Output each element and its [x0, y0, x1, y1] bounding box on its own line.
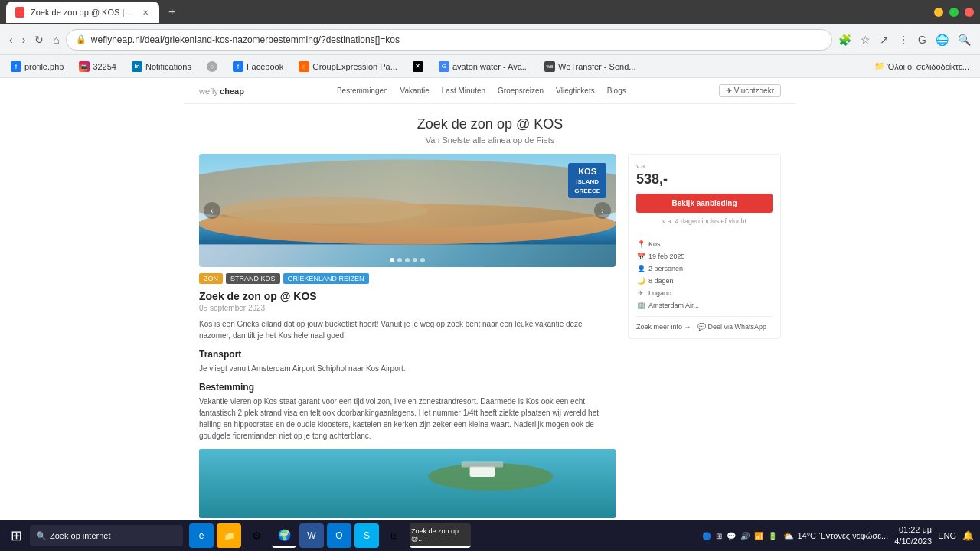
dot-2[interactable] — [397, 258, 402, 262]
weather-label: Έντονες νεφώσε... — [819, 531, 888, 540]
taskbar-active-window[interactable]: Zoek de zon op @... — [410, 523, 471, 548]
nav-bestemmingen[interactable]: Bestemmingen — [337, 86, 388, 95]
address-bar[interactable]: 🔒 weflyheap.nl/deal/griekenland-kos-nazo… — [66, 29, 832, 51]
current-date: 4/10/2023 — [894, 536, 932, 547]
article-intro: Kos is een Grieks eiland dat op jouw buc… — [199, 318, 616, 341]
dot-4[interactable] — [413, 258, 417, 262]
slider-next-button[interactable]: › — [594, 202, 611, 219]
bookmark-wetransfer[interactable]: we WeTransfer - Send... — [540, 60, 640, 73]
bookmark-all[interactable]: 📁 Όλοι οι σελιδοδείκτε... — [870, 60, 974, 73]
home-button[interactable]: ⌂ — [50, 31, 62, 49]
tray-icon-6: 🔋 — [768, 532, 777, 540]
maximize-button[interactable] — [949, 8, 959, 17]
bookmark-label: Όλοι οι σελιδοδείκτε... — [888, 62, 969, 71]
person-icon: 👤 — [636, 264, 645, 273]
dot-3[interactable] — [405, 258, 410, 262]
transport-text: Je vliegt vanuit Amsterdam Airport Schip… — [199, 363, 616, 374]
extensions-button[interactable]: 🧩 — [835, 31, 854, 49]
slider-prev-button[interactable]: ‹ — [204, 202, 220, 219]
notification-button[interactable]: 🔔 — [962, 530, 974, 541]
site-logo: wefly cheap — [199, 86, 244, 96]
check-more-text: Zoek meer info → — [636, 323, 691, 331]
slider-dots — [390, 258, 425, 262]
svg-rect-8 — [462, 461, 503, 467]
price-value: 538,- — [636, 171, 773, 187]
article-image2 — [199, 449, 616, 518]
new-tab-button[interactable]: + — [165, 5, 178, 19]
start-button[interactable]: ⊞ — [6, 524, 27, 547]
svg-rect-5 — [199, 449, 616, 518]
book-button[interactable]: Bekijk aanbieding — [636, 194, 773, 213]
minimize-button[interactable] — [934, 8, 943, 17]
bookmark-circle[interactable]: ○ — [202, 60, 222, 73]
content-layout: KOS ISLAND GREECE ‹ › — [184, 154, 796, 530]
bookmark-facebook[interactable]: f Facebook — [228, 60, 288, 73]
taskbar-app-edge[interactable]: e — [189, 523, 214, 548]
taskbar-search[interactable]: 🔍 Zoek op internet — [30, 525, 183, 546]
taskbar-apps: e 📁 ⚙ 🌍 W O S ⊞ Zoek de zon op @... — [189, 523, 471, 548]
close-button[interactable] — [965, 8, 974, 17]
tab-close-button[interactable]: ✕ — [141, 7, 150, 18]
active-tab[interactable]: Zoek de zon op @ KOS | wefly... ✕ — [6, 2, 159, 23]
page-subtitle: Van Snelste alle alinea op de Fiets — [184, 135, 796, 145]
bookmark-linkedin[interactable]: in Notifications — [127, 60, 196, 73]
nav-groepsreizen[interactable]: Groepsreizen — [498, 86, 544, 95]
translate-icon[interactable]: 🌐 — [933, 31, 952, 49]
star-button[interactable]: ☆ — [858, 31, 874, 49]
taskbar-app-outlook[interactable]: O — [327, 523, 351, 548]
back-button[interactable]: ‹ — [6, 31, 16, 49]
whatsapp-share-button[interactable]: 💬 Deel via WhatsApp — [697, 323, 767, 331]
price-label: v.a. — [636, 162, 773, 170]
detail-row-date: 📅 19 feb 2025 — [636, 252, 773, 261]
image-slider: KOS ISLAND GREECE ‹ › — [199, 154, 616, 267]
bestemming-heading: Bestemming — [199, 382, 616, 393]
active-window-label: Zoek de zon op @... — [411, 527, 469, 543]
google-icon[interactable]: G — [915, 31, 929, 49]
location-icon: 📍 — [636, 240, 645, 249]
search-icon: 🔍 — [36, 531, 47, 541]
search-icon[interactable]: 🔍 — [955, 31, 974, 49]
taskbar-app-apps[interactable]: ⊞ — [382, 523, 407, 548]
nav-vakantie[interactable]: Vakantie — [400, 86, 430, 95]
tray-icon-1: 🔵 — [702, 532, 711, 540]
weather-icon: ⛅ — [783, 531, 794, 541]
bookmark-label: 32254 — [93, 62, 116, 71]
bookmark-x[interactable]: ✕ — [408, 60, 428, 73]
bookmark-google-search[interactable]: G avaton water - Ava... — [434, 60, 534, 73]
google-icon2: G — [439, 61, 449, 72]
transport-heading: Transport — [199, 349, 616, 360]
detail-row-from: ✈ Lugano — [636, 289, 773, 298]
nav-lastminuten[interactable]: Last Minuten — [442, 86, 485, 95]
dot-5[interactable] — [420, 258, 425, 262]
price-sidebar: v.a. 538,- Bekijk aanbieding v.a. 4 dage… — [628, 154, 781, 530]
taskbar-app-word[interactable]: W — [299, 523, 324, 548]
check-more-link[interactable]: Zoek meer info → — [636, 323, 691, 331]
bookmark-profile[interactable]: f profile.php — [6, 60, 68, 73]
group-icon: ○ — [299, 61, 309, 72]
taskbar-app-settings[interactable]: ⚙ — [244, 523, 269, 548]
nav-blogs[interactable]: Blogs — [607, 86, 626, 95]
bookmark-instagram[interactable]: 📷 32254 — [74, 60, 121, 73]
bookmark-label: Facebook — [247, 62, 283, 71]
tray-icon-2: ⊞ — [716, 532, 722, 540]
refresh-button[interactable]: ↻ — [31, 31, 47, 49]
taskbar-right: 🔵 ⊞ 💬 🔊 📶 🔋 ⛅ 14°C Έντονες νεφώσε... 01:… — [702, 524, 974, 548]
menu-button[interactable]: ⋮ — [895, 31, 912, 49]
article-heading: Zoek de zon op @ KOS — [199, 290, 616, 302]
detail-row-nights: 🌙 8 dagen — [636, 276, 773, 285]
site-header: wefly cheap Bestemmingen Vakantie Last M… — [184, 78, 796, 104]
flight-search-button[interactable]: ✈ Vluchtzoekr — [719, 84, 781, 97]
taskbar-app-skype[interactable]: S — [354, 523, 379, 548]
detail-nights: 8 dagen — [648, 277, 674, 285]
taskbar-app-firefox[interactable]: 🌍 — [272, 523, 296, 548]
bookmark-label: WeTransfer - Send... — [558, 62, 635, 71]
share-button[interactable]: ↗ — [877, 31, 892, 49]
bookmark-group[interactable]: ○ GroupExpression Pa... — [294, 60, 402, 73]
dot-1[interactable] — [390, 258, 394, 262]
taskbar-app-explorer[interactable]: 📁 — [217, 523, 241, 548]
nav-vliegtickets[interactable]: Vliegtickets — [556, 86, 595, 95]
calendar-icon: 📅 — [636, 252, 645, 261]
kos-badge: KOS ISLAND GREECE — [568, 163, 606, 198]
site-nav: Bestemmingen Vakantie Last Minuten Groep… — [337, 86, 626, 95]
forward-button[interactable]: › — [19, 31, 29, 49]
